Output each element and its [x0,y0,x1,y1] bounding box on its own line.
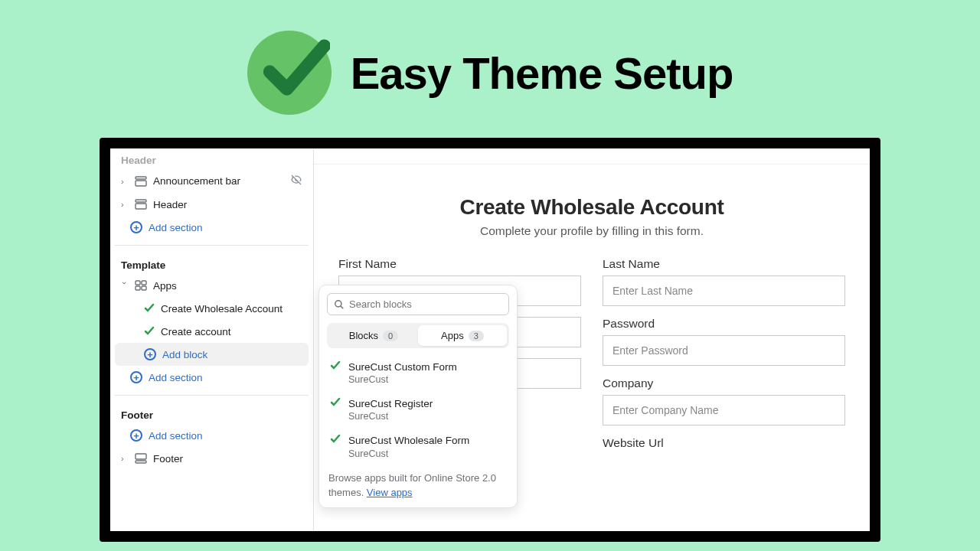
template-heading: Template [115,252,309,274]
svg-rect-4 [136,281,140,285]
password-input[interactable]: Enter Password [603,335,845,366]
svg-rect-6 [136,286,140,290]
app-check-icon [330,397,341,408]
plus-circle-icon: + [144,348,156,360]
apps-icon [135,280,147,291]
app-check-icon [330,434,341,445]
chevron-right-icon: › [121,454,129,463]
plus-circle-icon: + [130,221,142,233]
app-vendor: SureCust [348,448,469,459]
svg-rect-1 [136,181,146,186]
sidebar-item-create-wholesale[interactable]: Create Wholesale Account [115,297,309,320]
password-label: Password [603,317,845,331]
form-subtitle: Complete your profile by filling in this… [314,224,870,238]
company-label: Company [603,377,845,390]
sidebar-item-header[interactable]: › Header [115,193,309,216]
hidden-icon[interactable] [290,174,302,188]
svg-rect-2 [136,200,146,202]
sidebar-item-create-account[interactable]: Create account [115,320,309,343]
plus-circle-icon: + [130,429,142,442]
chevron-right-icon: › [121,200,129,209]
form-title: Create Wholesale Account [314,195,870,220]
app-check-icon [330,360,341,371]
svg-rect-5 [142,281,146,285]
sidebar-label: Footer [153,453,302,465]
sidebar-label: Apps [153,280,302,292]
sidebar-label: Create Wholesale Account [161,303,302,315]
hero-check-icon [247,31,332,115]
app-name: SureCust Register [348,397,433,411]
svg-rect-7 [142,286,146,290]
tab-blocks[interactable]: Blocks 0 [329,325,418,346]
screenshot-frame: Header › Announcement bar › Header + Add… [100,138,880,542]
sidebar-item-footer[interactable]: › Footer [115,447,309,470]
sidebar-label: Announcement bar [153,175,284,187]
add-block-button[interactable]: + Add block [115,343,309,366]
section-icon [135,453,147,464]
tab-apps[interactable]: Apps 3 [418,325,507,346]
tab-count: 3 [469,331,484,341]
section-icon [135,176,147,187]
svg-rect-9 [136,461,146,463]
add-section-button[interactable]: + Add section [115,424,309,447]
svg-rect-0 [136,177,146,179]
view-apps-link[interactable]: View apps [367,487,413,498]
tab-count: 0 [383,331,398,341]
add-section-label: Add section [149,430,302,442]
last-name-label: Last Name [603,257,845,271]
app-check-icon [144,326,155,337]
svg-point-10 [335,300,341,306]
app-vendor: SureCust [348,374,457,385]
sidebar-label: Header [153,199,302,210]
sidebar-item-announcement-bar[interactable]: › Announcement bar [115,169,309,193]
add-section-button[interactable]: + Add section [115,216,309,239]
theme-editor-sidebar: Header › Announcement bar › Header + Add… [110,148,313,531]
plus-circle-icon: + [130,371,142,383]
app-name: SureCust Wholesale Form [348,434,469,448]
add-block-label: Add block [162,349,302,360]
sidebar-item-apps[interactable]: › Apps [115,274,309,297]
popover-tabs: Blocks 0 Apps 3 [327,323,509,348]
add-section-label: Add section [149,222,302,233]
first-name-label: First Name [338,257,581,271]
chevron-down-icon: › [120,282,129,289]
search-icon [334,299,345,310]
section-icon [135,199,147,210]
svg-rect-3 [136,204,146,209]
last-name-input[interactable]: Enter Last Name [603,276,845,306]
sidebar-label: Create account [161,326,302,337]
search-blocks-input[interactable] [327,293,509,315]
add-section-label: Add section [149,372,302,383]
svg-line-11 [341,305,344,308]
hero-title: Easy Theme Setup [351,47,733,99]
chevron-right-icon: › [121,177,129,186]
tab-label: Apps [441,330,464,341]
add-section-button[interactable]: + Add section [115,366,309,389]
app-item[interactable]: SureCust Wholesale Form SureCust [327,428,509,465]
app-item[interactable]: SureCust Register SureCust [327,391,509,428]
app-list: SureCust Custom Form SureCust SureCust R… [327,354,509,465]
app-name: SureCust Custom Form [348,360,457,374]
block-picker-popover: Blocks 0 Apps 3 SureCust Custom Form Sur… [318,285,518,508]
tab-label: Blocks [349,330,378,341]
website-label: Website Url [603,436,845,450]
svg-rect-8 [136,454,146,459]
app-check-icon [144,303,155,314]
company-input[interactable]: Enter Company Name [603,395,845,425]
app-vendor: SureCust [348,411,433,422]
browse-apps-text: Browse apps built for Online Store 2.0 t… [327,471,509,500]
app-item[interactable]: SureCust Custom Form SureCust [327,354,509,391]
footer-heading: Footer [115,402,309,424]
